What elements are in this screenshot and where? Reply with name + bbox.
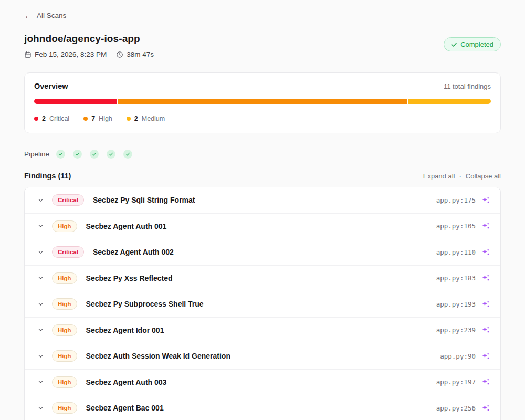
severity-bar-segment-medium	[408, 99, 491, 104]
overview-header: Overview 11 total findings	[34, 82, 491, 90]
ai-sparkle-icon[interactable]	[482, 196, 490, 204]
pipeline-step-check-icon	[73, 150, 82, 159]
finding-location: app.py:256	[436, 404, 476, 412]
medium-dot-icon	[127, 117, 131, 121]
severity-badge: High	[52, 324, 77, 336]
finding-row[interactable]: High Secbez Py Subprocess Shell True app…	[25, 291, 500, 318]
finding-row[interactable]: High Secbez Agent Bac 001 app.py:256	[25, 395, 500, 420]
links-separator: ·	[459, 172, 461, 180]
severity-badge: High	[52, 220, 77, 232]
ai-sparkle-icon[interactable]	[482, 300, 490, 308]
finding-title: Secbez Py Xss Reflected	[86, 274, 436, 282]
status-badge: Completed	[444, 37, 501, 51]
back-link-label: All Scans	[37, 12, 66, 19]
pipeline-connector	[117, 154, 122, 154]
severity-legend: 2 Critical 7 High 2 Medium	[34, 115, 491, 122]
finding-row[interactable]: High Secbez Py Xss Reflected app.py:183	[25, 266, 500, 292]
severity-badge: High	[52, 272, 77, 284]
ai-sparkle-icon[interactable]	[482, 274, 490, 282]
finding-location: app.py:105	[436, 222, 476, 230]
finding-location: app.py:175	[436, 196, 476, 204]
findings-list: Critical Secbez Py Sqli String Format ap…	[24, 187, 501, 420]
finding-row[interactable]: Critical Secbez Py Sqli String Format ap…	[25, 187, 500, 214]
status-badge-label: Completed	[460, 40, 494, 48]
legend-item-high: 7 High	[83, 115, 112, 122]
severity-badge: Critical	[52, 246, 84, 258]
ai-sparkle-icon[interactable]	[482, 248, 490, 256]
scan-date: Feb 15, 2026, 8:23 PM	[24, 50, 107, 58]
chevron-down-icon[interactable]	[37, 327, 44, 333]
finding-location: app.py:193	[436, 300, 476, 308]
finding-location: app.py:90	[440, 352, 476, 360]
severity-badge: High	[52, 298, 77, 310]
pipeline-step-check-icon	[56, 150, 65, 159]
severity-distribution-bar	[34, 99, 491, 104]
finding-row[interactable]: High Secbez Auth Session Weak Id Generat…	[25, 343, 500, 370]
legend-item-medium: 2 Medium	[127, 115, 165, 122]
finding-row[interactable]: High Secbez Agent Idor 001 app.py:239	[25, 318, 500, 344]
chevron-down-icon[interactable]	[37, 275, 44, 281]
expand-all-link[interactable]: Expand all	[423, 172, 455, 180]
severity-bar-segment-high	[118, 99, 407, 104]
ai-sparkle-icon[interactable]	[482, 404, 490, 412]
back-to-all-scans-link[interactable]: ← All Scans	[24, 11, 501, 20]
chevron-down-icon[interactable]	[37, 405, 44, 412]
collapse-all-link[interactable]: Collapse all	[466, 172, 501, 180]
pipeline-row: Pipeline	[24, 150, 501, 159]
finding-location: app.py:183	[436, 274, 476, 282]
chevron-down-icon[interactable]	[37, 249, 44, 256]
pipeline-step-check-icon	[107, 150, 116, 159]
chevron-down-icon[interactable]	[37, 353, 44, 360]
ai-sparkle-icon[interactable]	[482, 352, 490, 360]
chevron-down-icon[interactable]	[37, 379, 44, 385]
finding-title: Secbez Agent Auth 002	[93, 248, 436, 256]
pipeline-label: Pipeline	[24, 150, 49, 158]
check-icon	[451, 41, 457, 48]
chevron-down-icon[interactable]	[37, 301, 44, 308]
finding-location: app.py:197	[436, 378, 476, 386]
medium-count: 2	[134, 115, 138, 122]
scan-duration-text: 38m 47s	[127, 50, 154, 58]
critical-dot-icon	[34, 117, 38, 121]
pipeline-steps	[56, 150, 132, 159]
severity-badge: High	[52, 402, 77, 414]
ai-sparkle-icon[interactable]	[482, 326, 490, 334]
scan-header: johndoe/agency-ios-app Feb 15, 2026, 8:2…	[24, 33, 501, 58]
high-dot-icon	[83, 117, 88, 121]
findings-title: Findings (11)	[24, 172, 71, 180]
finding-location: app.py:110	[436, 248, 476, 256]
overview-card: Overview 11 total findings 2 Critical 7 …	[24, 72, 501, 133]
chevron-down-icon[interactable]	[37, 197, 44, 204]
ai-sparkle-icon[interactable]	[482, 378, 490, 386]
pipeline-step-check-icon	[123, 150, 132, 159]
finding-title: Secbez Agent Auth 003	[86, 378, 436, 386]
finding-row[interactable]: Critical Secbez Agent Auth 002 app.py:11…	[25, 239, 500, 266]
pipeline-step-check-icon	[90, 150, 99, 159]
finding-row[interactable]: High Secbez Agent Auth 003 app.py:197	[25, 370, 500, 396]
total-findings-label: 11 total findings	[444, 82, 491, 90]
finding-row[interactable]: High Secbez Agent Auth 001 app.py:105	[25, 214, 500, 240]
severity-badge: High	[52, 376, 77, 388]
scan-title-block: johndoe/agency-ios-app Feb 15, 2026, 8:2…	[24, 33, 154, 58]
chevron-down-icon[interactable]	[37, 223, 44, 229]
severity-bar-segment-critical	[34, 99, 117, 104]
pipeline-connector	[67, 154, 71, 154]
findings-actions: Expand all · Collapse all	[423, 172, 501, 180]
finding-title: Secbez Py Subprocess Shell True	[86, 300, 436, 308]
clock-icon	[116, 51, 123, 58]
scan-detail-page: ← All Scans johndoe/agency-ios-app Feb 1…	[0, 0, 525, 420]
page-title: johndoe/agency-ios-app	[24, 33, 154, 45]
calendar-icon	[24, 51, 32, 58]
pipeline-connector	[100, 154, 105, 154]
findings-header: Findings (11) Expand all · Collapse all	[24, 172, 501, 180]
scan-duration: 38m 47s	[116, 50, 154, 58]
critical-count: 2	[42, 115, 46, 122]
medium-label: Medium	[142, 115, 165, 122]
ai-sparkle-icon[interactable]	[482, 222, 490, 230]
high-count: 7	[91, 115, 95, 122]
high-label: High	[99, 115, 112, 122]
pipeline-connector	[83, 154, 88, 154]
scan-meta: Feb 15, 2026, 8:23 PM 38m 47s	[24, 50, 154, 58]
legend-item-critical: 2 Critical	[34, 115, 69, 122]
back-arrow-icon: ←	[24, 11, 32, 20]
